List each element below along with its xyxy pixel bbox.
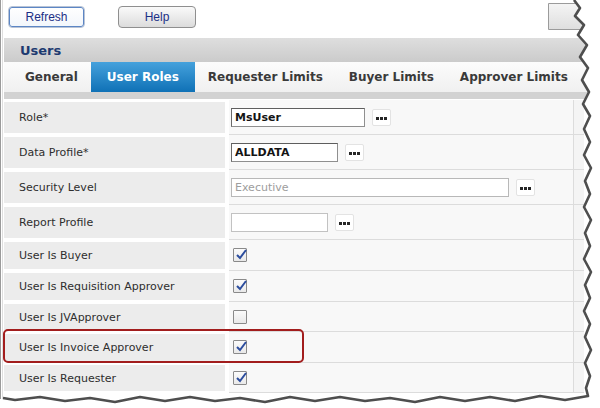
user-is-invoice-approver-checkbox[interactable] [233,340,247,354]
refresh-button[interactable]: Refresh [8,6,85,28]
form-row-security-level: Security Level [4,170,584,205]
user-is-jvapprover-checkbox[interactable] [233,310,247,324]
form-row-user-is-buyer: User Is Buyer [4,240,584,271]
tab-user-roles[interactable]: User Roles [91,62,195,92]
window-left-border [0,0,1,399]
tab-strip: General User Roles Requester Limits Buye… [4,62,592,92]
form-row-data-profile: Data Profile* [4,135,584,170]
check-icon [234,247,249,262]
tab-buyer-limits[interactable]: Buyer Limits [336,62,447,92]
data-profile-lookup-button[interactable] [345,144,364,161]
user-is-requester-checkbox[interactable] [233,371,247,385]
user-is-invoice-approver-label: User Is Invoice Approver [4,332,225,363]
security-level-label: Security Level [4,170,225,205]
tab-requester-limits[interactable]: Requester Limits [195,62,336,92]
user-is-buyer-label: User Is Buyer [4,240,225,271]
check-icon [234,339,249,354]
tab-approver-limits[interactable]: Approver Limits [447,62,581,92]
form-row-user-is-jvapprover: User Is JVApprover [4,302,584,332]
user-is-requisition-approver-checkbox[interactable] [233,279,247,293]
tab-ap-limits[interactable]: AP Li [581,62,600,92]
tab-general[interactable]: General [12,62,91,92]
data-profile-label: Data Profile* [4,135,225,170]
user-is-buyer-checkbox[interactable] [233,248,247,262]
user-is-requester-label: User Is Requester [4,363,225,393]
form-row-user-is-invoice-approver: User Is Invoice Approver [4,332,584,363]
user-roles-form: Role* Data Profile* Security Level Repor… [4,100,584,393]
tab-strip-divider [4,92,592,100]
report-profile-lookup-button[interactable] [335,214,354,231]
panel-header: Users [4,38,592,62]
page-title: Users [20,43,61,58]
role-label: Role* [4,100,225,135]
check-icon [234,278,249,293]
page: { "toolbar": { "refresh_label": "Refresh… [0,0,600,408]
check-icon [234,370,249,385]
role-input[interactable] [231,108,365,127]
form-row-role: Role* [4,100,584,135]
report-profile-input[interactable] [231,213,328,232]
help-button[interactable]: Help [118,6,196,28]
user-is-jvapprover-label: User Is JVApprover [4,302,225,332]
report-profile-label: Report Profile [4,205,225,240]
security-level-input[interactable] [231,178,509,197]
user-is-requisition-approver-label: User Is Requisition Approver [4,271,225,302]
truncated-button[interactable] [548,3,594,30]
form-row-user-is-requisition-approver: User Is Requisition Approver [4,271,584,302]
window-left-border-inner [2,0,3,399]
security-level-lookup-button[interactable] [516,179,535,196]
data-profile-input[interactable] [231,143,338,162]
form-row-user-is-requester: User Is Requester [4,363,584,393]
form-row-report-profile: Report Profile [4,205,584,240]
role-lookup-button[interactable] [372,109,391,126]
